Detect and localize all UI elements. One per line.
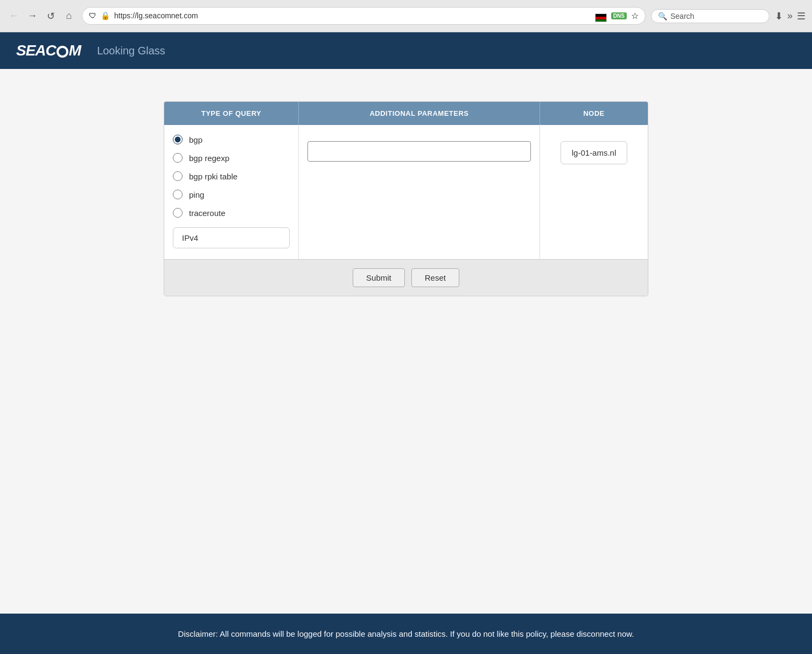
node-selector[interactable]: lg-01-ams.nl	[561, 141, 628, 164]
node-column: lg-01-ams.nl	[540, 125, 648, 259]
query-option-bgp-regexp[interactable]: bgp regexp	[164, 149, 298, 167]
query-option-traceroute[interactable]: traceroute	[164, 204, 298, 222]
params-column	[299, 125, 540, 259]
extensions-icon[interactable]: »	[787, 10, 793, 22]
label-bgp-regexp: bgp regexp	[189, 154, 229, 163]
label-traceroute: traceroute	[189, 208, 226, 218]
dns-badge: DNS	[611, 12, 627, 19]
bookmark-icon[interactable]: ☆	[631, 11, 639, 21]
browser-chrome: ← → ↺ ⌂ 🛡 🔒 https://lg.seacomnet.com DNS…	[0, 0, 812, 32]
nav-buttons: ← → ↺ ⌂	[6, 9, 76, 24]
label-bgp: bgp	[189, 135, 202, 144]
site-title: Looking Glass	[97, 45, 165, 57]
download-icon[interactable]: ⬇	[775, 10, 783, 22]
radio-bgp-rpki[interactable]	[173, 171, 183, 181]
form-container: TYPE OF QUERY ADDITIONAL PARAMETERS NODE…	[164, 101, 648, 296]
site-header: SEACM Looking Glass	[0, 32, 812, 69]
refresh-button[interactable]: ↺	[43, 9, 58, 24]
ipv4-selector[interactable]: IPv4	[173, 227, 290, 248]
query-option-bgp-rpki[interactable]: bgp rpki table	[164, 167, 298, 185]
reset-button[interactable]: Reset	[411, 268, 459, 287]
submit-button[interactable]: Submit	[353, 268, 405, 287]
disclaimer-footer: Disclaimer: All commands will be logged …	[0, 614, 812, 654]
forward-button[interactable]: →	[25, 9, 40, 24]
query-option-ping[interactable]: ping	[164, 185, 298, 204]
radio-bgp[interactable]	[173, 135, 183, 144]
search-bar[interactable]: 🔍 Search	[651, 9, 769, 23]
query-option-bgp[interactable]: bgp	[164, 130, 298, 149]
form-header: TYPE OF QUERY ADDITIONAL PARAMETERS NODE	[164, 102, 648, 125]
logo-ring	[57, 46, 68, 58]
search-label: Search	[670, 12, 694, 20]
radio-bgp-regexp[interactable]	[173, 153, 183, 163]
kenya-flag	[595, 10, 607, 22]
radio-ping[interactable]	[173, 190, 183, 199]
params-input[interactable]	[307, 141, 531, 162]
query-column: bgp bgp regexp bgp rpki table ping trace…	[164, 125, 299, 259]
main-content: TYPE OF QUERY ADDITIONAL PARAMETERS NODE…	[0, 69, 812, 614]
label-bgp-rpki: bgp rpki table	[189, 172, 237, 181]
form-footer: Submit Reset	[164, 259, 648, 296]
radio-traceroute[interactable]	[173, 208, 183, 218]
disclaimer-text: Disclaimer: All commands will be logged …	[178, 629, 634, 638]
lock-icon: 🔒	[101, 11, 110, 20]
col-node-header: NODE	[540, 102, 648, 125]
browser-toolbar: ⬇ » ☰	[775, 10, 806, 22]
menu-icon[interactable]: ☰	[797, 10, 806, 22]
home-button[interactable]: ⌂	[61, 9, 76, 24]
search-icon: 🔍	[658, 12, 667, 20]
url-text: https://lg.seacomnet.com	[114, 11, 591, 20]
shield-icon: 🛡	[89, 11, 96, 20]
col-query-header: TYPE OF QUERY	[164, 102, 299, 125]
label-ping: ping	[189, 190, 204, 199]
logo: SEACM	[16, 42, 81, 59]
address-bar[interactable]: 🛡 🔒 https://lg.seacomnet.com DNS ☆	[82, 7, 646, 25]
back-button[interactable]: ←	[6, 9, 22, 24]
col-params-header: ADDITIONAL PARAMETERS	[299, 102, 540, 125]
form-body: bgp bgp regexp bgp rpki table ping trace…	[164, 125, 648, 259]
